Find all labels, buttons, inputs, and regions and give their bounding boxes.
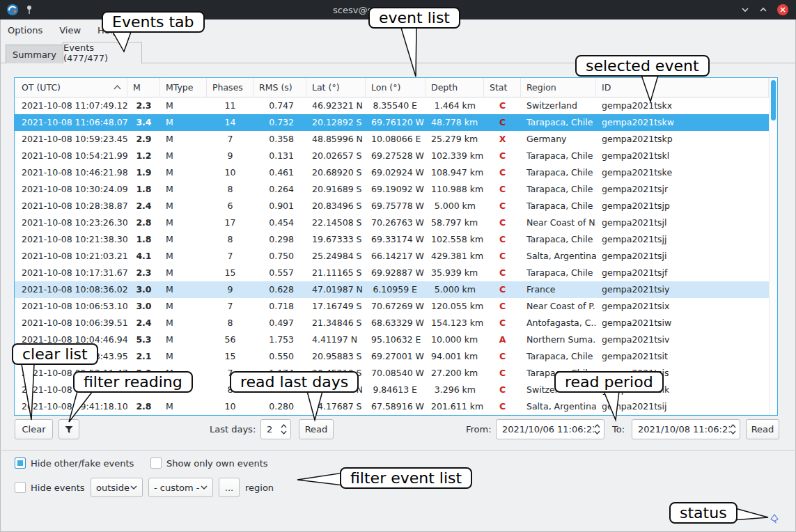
table-row[interactable]: 2021-10-08 10:21:38.3051.8M80.29819.6733… xyxy=(15,231,769,248)
tab-summary[interactable]: Summary xyxy=(6,45,63,63)
table-row[interactable]: 2021-10-08 09:58:43.9512.1M150.55020.958… xyxy=(15,348,769,365)
hide-events-checkbox[interactable] xyxy=(15,482,26,493)
cell-lon: 69.19092 W xyxy=(366,181,426,198)
spin-up-icon[interactable] xyxy=(594,424,600,428)
table-row[interactable]: 2021-10-08 10:17:31.6772.3M150.55721.111… xyxy=(15,265,769,281)
cell-lat: 24.17687 S xyxy=(306,398,366,415)
shade-window-icon[interactable] xyxy=(740,5,750,15)
table-row[interactable]: 2021-10-08 09:41:18.1082.8M100.28024.176… xyxy=(15,398,769,415)
from-datetime-field[interactable]: 2021/10/06 11:06:23 xyxy=(496,419,604,439)
status-icon[interactable] xyxy=(769,513,780,524)
cell-stat: A xyxy=(484,331,521,348)
cell-rms: 0.557 xyxy=(253,265,306,281)
callout-status: status xyxy=(669,502,738,524)
cell-ot: 2021-10-08 11:07:49.127 xyxy=(15,97,127,114)
table-row[interactable]: 2021-10-08 10:06:39.5142.4M80.49721.3484… xyxy=(15,315,769,331)
show-only-own-events-checkbox[interactable] xyxy=(150,457,162,469)
filter-reading-button[interactable] xyxy=(58,419,79,439)
table-row[interactable]: 2021-10-08 10:23:26.3042.8M170.45422.145… xyxy=(15,214,769,231)
hide-other-fake-events-checkbox[interactable] xyxy=(15,457,26,469)
table-row[interactable]: 2021-10-08 10:30:24.0951.8M80.26420.9168… xyxy=(15,181,769,198)
header-stat[interactable]: Stat xyxy=(484,78,521,97)
cell-stat: C xyxy=(484,382,521,398)
funnel-icon xyxy=(63,424,75,435)
cell-mtype: M xyxy=(160,114,207,131)
cell-lat: 47.01987 N xyxy=(306,281,366,298)
horizontal-separator xyxy=(0,450,796,451)
cell-id: gempa2021tskp xyxy=(596,131,769,148)
cell-ot: 2021-10-08 10:46:21.988 xyxy=(15,164,127,181)
region-more-button[interactable]: ... xyxy=(219,478,240,497)
spin-down-icon[interactable] xyxy=(594,430,600,435)
spin-down-icon[interactable] xyxy=(281,430,287,435)
table-row[interactable]: 2021-10-08 10:08:36.0223.0M90.62847.0198… xyxy=(15,281,769,298)
cell-rms: 0.358 xyxy=(253,131,306,148)
cell-m: 2.9 xyxy=(127,131,160,148)
cell-region: Tarapaca, Chile xyxy=(521,164,596,181)
tab-events[interactable]: Events (477/477) xyxy=(63,42,142,64)
cell-stat: C xyxy=(484,398,521,415)
header-depth[interactable]: Depth xyxy=(426,78,484,97)
cell-depth: 429.381 km xyxy=(426,248,484,265)
table-row[interactable]: 2021-10-08 10:21:03.2174.1M70.75025.2498… xyxy=(15,248,769,265)
table-row[interactable]: 2021-10-08 11:06:48.0703.4M140.73220.128… xyxy=(15,114,769,131)
header-rms[interactable]: RMS (s) xyxy=(253,78,306,97)
maximize-window-icon[interactable] xyxy=(758,5,768,15)
header-lat[interactable]: Lat (°) xyxy=(306,78,366,97)
cell-mtype: M xyxy=(160,315,207,331)
callout-clear-list: clear list xyxy=(12,343,98,365)
cell-rms: 0.264 xyxy=(253,181,306,198)
spin-up-icon[interactable] xyxy=(281,424,287,428)
cell-mtype: M xyxy=(160,398,207,415)
vertical-scrollbar[interactable] xyxy=(769,78,777,415)
cell-lat: 20.02657 S xyxy=(306,148,366,164)
cell-region: France xyxy=(521,281,596,298)
cell-id: gempa2021tskw xyxy=(596,114,769,131)
header-lon[interactable]: Lon (°) xyxy=(366,78,426,97)
cell-rms: 0.747 xyxy=(253,97,306,114)
cell-lon: 70.26763 W xyxy=(366,214,426,231)
header-region[interactable]: Region xyxy=(521,78,596,97)
header-id[interactable]: ID xyxy=(596,78,769,97)
chevron-down-icon xyxy=(130,485,137,490)
table-row[interactable]: 2021-10-08 10:04:46.9495.3M561.7534.4119… xyxy=(15,331,769,348)
cell-m: 1.2 xyxy=(127,148,160,164)
header-m[interactable]: M xyxy=(127,78,160,97)
from-datetime-value: 2021/10/06 11:06:23 xyxy=(497,424,594,435)
table-row[interactable]: 2021-10-08 10:46:21.9881.9M100.46120.689… xyxy=(15,164,769,181)
cell-phases: 11 xyxy=(207,97,253,114)
table-row[interactable]: 2021-10-08 10:54:21.9971.2M90.13120.0265… xyxy=(15,148,769,164)
header-mtype[interactable]: MType xyxy=(160,78,207,97)
close-window-icon[interactable] xyxy=(777,3,789,16)
cell-lat: 21.11165 S xyxy=(306,265,366,281)
region-preset-dropdown[interactable]: - custom - xyxy=(148,478,213,497)
cell-depth: 3.296 km xyxy=(426,382,484,398)
to-datetime-field[interactable]: 2021/10/08 11:06:23 xyxy=(632,419,740,439)
table-row[interactable]: 2021-10-08 10:28:38.8752.4M60.90120.8349… xyxy=(15,198,769,214)
header-ot[interactable]: OT (UTC) xyxy=(15,78,127,97)
table-row[interactable]: 2021-10-08 11:07:49.1272.3M110.74746.923… xyxy=(15,97,769,114)
menu-view[interactable]: View xyxy=(51,22,89,39)
clear-button[interactable]: Clear xyxy=(15,419,53,439)
spin-up-icon[interactable] xyxy=(730,424,736,428)
cell-mtype: M xyxy=(160,231,207,248)
cell-depth: 108.947 km xyxy=(426,164,484,181)
outside-dropdown[interactable]: outside xyxy=(91,478,143,497)
read-period-button[interactable]: Read xyxy=(746,419,779,439)
spin-down-icon[interactable] xyxy=(730,430,736,435)
cell-mtype: M xyxy=(160,198,207,214)
last-days-spinbox[interactable]: 2 xyxy=(260,419,291,439)
header-phases[interactable]: Phases xyxy=(207,78,253,97)
pin-icon[interactable] xyxy=(25,5,33,15)
chevron-down-icon xyxy=(201,485,208,490)
scrollbar-handle[interactable] xyxy=(771,80,776,120)
table-row[interactable]: 2021-10-08 10:06:53.1073.0M70.71817.1674… xyxy=(15,298,769,315)
table-row[interactable]: 2021-10-08 10:59:23.4572.9M70.35848.8599… xyxy=(15,131,769,148)
callout-read-period: read period xyxy=(554,371,664,393)
menu-options[interactable]: Options xyxy=(0,22,51,39)
cell-region: Near Coast of N... xyxy=(521,214,596,231)
cell-ot: 2021-10-08 10:06:39.514 xyxy=(15,315,127,331)
cell-id: gempa2021tsit xyxy=(596,348,769,365)
sort-ascending-icon xyxy=(114,85,121,90)
read-last-days-button[interactable]: Read xyxy=(299,419,334,439)
